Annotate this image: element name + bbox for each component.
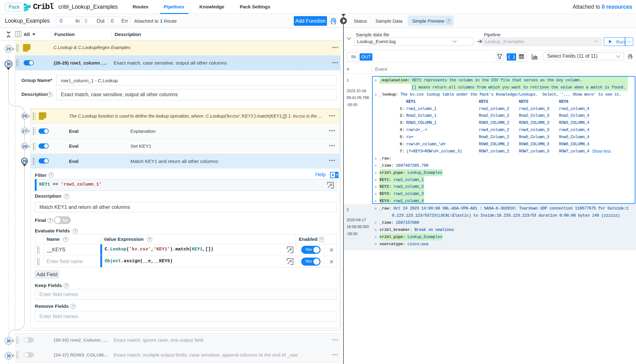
svg-text:?: ? — [336, 173, 338, 178]
